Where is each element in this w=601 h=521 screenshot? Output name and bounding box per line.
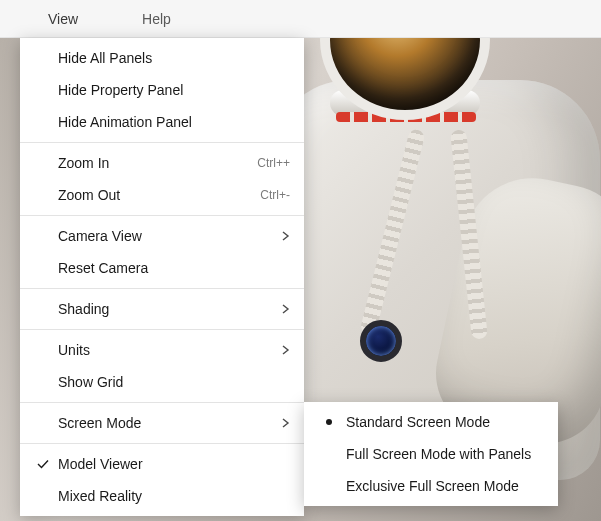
menu-label: Units	[54, 342, 276, 358]
menu-separator	[20, 402, 304, 403]
menu-label: Hide Animation Panel	[54, 114, 290, 130]
checkmark-icon	[32, 457, 54, 471]
menu-label: Full Screen Mode with Panels	[342, 446, 544, 462]
menu-label: Show Grid	[54, 374, 290, 390]
menu-units[interactable]: Units	[20, 334, 304, 366]
menu-hide-animation-panel[interactable]: Hide Animation Panel	[20, 106, 304, 138]
chevron-right-icon	[276, 231, 290, 241]
menu-separator	[20, 329, 304, 330]
menu-zoom-out[interactable]: Zoom Out Ctrl+-	[20, 179, 304, 211]
submenu-exclusive-full-screen[interactable]: Exclusive Full Screen Mode	[304, 470, 558, 502]
menu-label: Standard Screen Mode	[342, 414, 544, 430]
submenu-standard-screen-mode[interactable]: Standard Screen Mode	[304, 406, 558, 438]
radio-dot-icon	[316, 419, 342, 425]
menu-label: Mixed Reality	[54, 488, 290, 504]
menu-separator	[20, 288, 304, 289]
menu-label: Reset Camera	[54, 260, 290, 276]
menu-reset-camera[interactable]: Reset Camera	[20, 252, 304, 284]
menu-label: Shading	[54, 301, 276, 317]
menu-separator	[20, 215, 304, 216]
menu-label: Model Viewer	[54, 456, 290, 472]
menu-accelerator: Ctrl++	[249, 156, 290, 170]
menu-camera-view[interactable]: Camera View	[20, 220, 304, 252]
menu-mixed-reality[interactable]: Mixed Reality	[20, 480, 304, 512]
menu-screen-mode[interactable]: Screen Mode	[20, 407, 304, 439]
menu-label: Zoom Out	[54, 187, 252, 203]
chevron-right-icon	[276, 345, 290, 355]
submenu-full-screen-panels[interactable]: Full Screen Mode with Panels	[304, 438, 558, 470]
chevron-right-icon	[276, 304, 290, 314]
menu-label: Exclusive Full Screen Mode	[342, 478, 544, 494]
menu-shading[interactable]: Shading	[20, 293, 304, 325]
chevron-right-icon	[276, 418, 290, 428]
menu-label: Camera View	[54, 228, 276, 244]
menu-hide-all-panels[interactable]: Hide All Panels	[20, 42, 304, 74]
menu-zoom-in[interactable]: Zoom In Ctrl++	[20, 147, 304, 179]
menu-label: Hide Property Panel	[54, 82, 290, 98]
menu-label: Screen Mode	[54, 415, 276, 431]
menubar-help[interactable]: Help	[134, 7, 179, 31]
menu-hide-property-panel[interactable]: Hide Property Panel	[20, 74, 304, 106]
menu-label: Zoom In	[54, 155, 249, 171]
menu-label: Hide All Panels	[54, 50, 290, 66]
menu-model-viewer[interactable]: Model Viewer	[20, 448, 304, 480]
menu-accelerator: Ctrl+-	[252, 188, 290, 202]
menu-separator	[20, 142, 304, 143]
menubar-view[interactable]: View	[40, 7, 86, 31]
menu-show-grid[interactable]: Show Grid	[20, 366, 304, 398]
menu-view: Hide All Panels Hide Property Panel Hide…	[20, 38, 304, 516]
menu-separator	[20, 443, 304, 444]
submenu-screen-mode: Standard Screen Mode Full Screen Mode wi…	[304, 402, 558, 506]
menubar: View Help	[0, 0, 601, 38]
